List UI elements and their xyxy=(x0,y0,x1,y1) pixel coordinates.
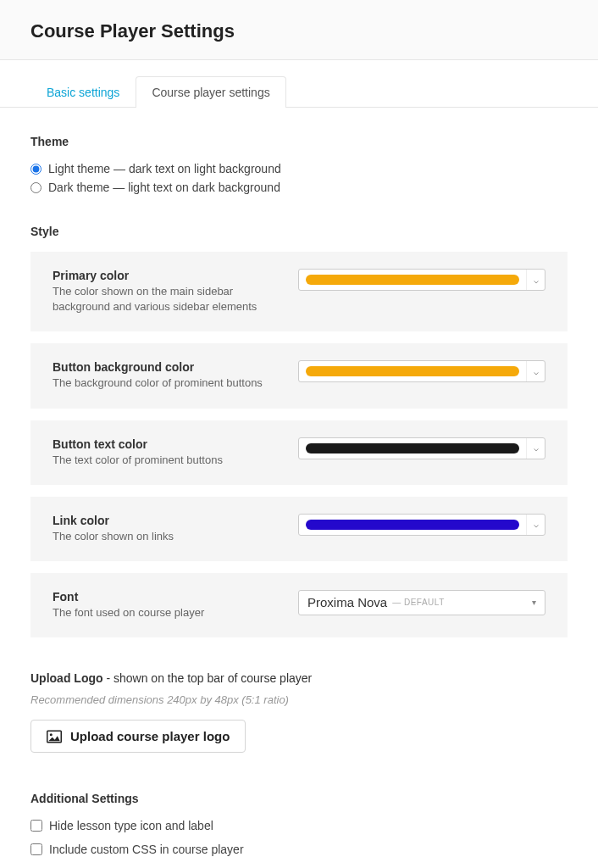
style-card-button-bg: Button background color The background c… xyxy=(30,343,568,408)
radio-input-light[interactable] xyxy=(30,164,42,175)
link-color-picker[interactable]: ⌵ xyxy=(298,514,545,536)
checkbox-hide-lesson-icon[interactable]: Hide lesson type icon and label xyxy=(30,819,568,832)
font-value: Proxima Nova xyxy=(307,595,387,609)
theme-section: Theme Light theme — dark text on light b… xyxy=(30,135,568,194)
radio-light-theme[interactable]: Light theme — dark text on light backgro… xyxy=(30,162,568,175)
page-title: Course Player Settings xyxy=(30,20,568,42)
upload-logo-title-rest: - shown on the top bar of course player xyxy=(103,671,313,685)
caret-down-icon: ▾ xyxy=(532,598,536,607)
primary-color-title: Primary color xyxy=(53,269,281,282)
checkbox-label-hide-icon: Hide lesson type icon and label xyxy=(49,819,213,832)
style-card-font: Font The font used on course player Prox… xyxy=(30,573,568,637)
upload-logo-hint: Recommended dimensions 240px by 48px (5:… xyxy=(30,693,568,706)
chevron-down-icon: ⌵ xyxy=(526,361,545,381)
button-bg-title: Button background color xyxy=(53,360,281,374)
settings-tabs: Basic settings Course player settings xyxy=(0,75,598,108)
radio-input-dark[interactable] xyxy=(30,182,42,193)
image-icon xyxy=(47,730,62,743)
primary-color-swatch xyxy=(306,275,519,285)
chevron-down-icon: ⌵ xyxy=(526,438,545,459)
link-color-title: Link color xyxy=(53,514,281,527)
style-card-button-text: Button text color The text color of prom… xyxy=(30,420,568,485)
primary-color-picker[interactable]: ⌵ xyxy=(298,269,545,291)
button-text-desc: The text color of prominent buttons xyxy=(53,453,281,468)
font-dropdown[interactable]: Proxima Nova — DEFAULT ▾ xyxy=(298,590,545,615)
upload-logo-button-label: Upload course player logo xyxy=(70,729,230,743)
style-section: Style Primary color The color shown on t… xyxy=(30,225,568,637)
upload-logo-title: Upload Logo - shown on the top bar of co… xyxy=(30,671,568,685)
svg-point-1 xyxy=(50,733,53,736)
radio-dark-theme[interactable]: Dark theme — light text on dark backgrou… xyxy=(30,181,568,194)
font-title: Font xyxy=(53,590,281,604)
chevron-down-icon: ⌵ xyxy=(526,270,545,290)
link-color-swatch xyxy=(306,520,519,530)
style-card-link-color: Link color The color shown on links ⌵ xyxy=(30,497,568,561)
checkbox-custom-css[interactable]: Include custom CSS in course player xyxy=(30,843,568,856)
button-bg-swatch xyxy=(306,366,519,376)
button-text-title: Button text color xyxy=(53,437,281,451)
primary-color-desc: The color shown on the main sidebar back… xyxy=(53,284,281,314)
style-card-primary-color: Primary color The color shown on the mai… xyxy=(30,252,568,331)
upload-logo-title-bold: Upload Logo xyxy=(30,671,103,685)
style-label: Style xyxy=(30,225,568,238)
button-text-swatch xyxy=(306,443,519,453)
checkbox-label-custom-css: Include custom CSS in course player xyxy=(49,843,244,856)
additional-settings-section: Additional Settings Hide lesson type ico… xyxy=(30,792,568,856)
theme-label: Theme xyxy=(30,135,568,148)
checkbox-input-hide-icon[interactable] xyxy=(30,820,42,832)
link-color-desc: The color shown on links xyxy=(53,529,281,544)
radio-label-light: Light theme — dark text on light backgro… xyxy=(48,162,281,175)
content-area: Theme Light theme — dark text on light b… xyxy=(0,108,598,868)
chevron-down-icon: ⌵ xyxy=(526,515,545,535)
tab-basic-settings[interactable]: Basic settings xyxy=(30,76,136,108)
checkbox-input-custom-css[interactable] xyxy=(30,843,42,855)
tab-course-player-settings[interactable]: Course player settings xyxy=(136,76,285,108)
button-text-color-picker[interactable]: ⌵ xyxy=(298,437,545,459)
button-bg-color-picker[interactable]: ⌵ xyxy=(298,360,545,382)
page-header: Course Player Settings xyxy=(0,0,598,60)
additional-settings-label: Additional Settings xyxy=(30,792,568,805)
radio-label-dark: Dark theme — light text on dark backgrou… xyxy=(48,181,280,194)
upload-logo-button[interactable]: Upload course player logo xyxy=(30,720,246,753)
button-bg-desc: The background color of prominent button… xyxy=(53,376,281,391)
upload-logo-section: Upload Logo - shown on the top bar of co… xyxy=(30,671,568,753)
font-desc: The font used on course player xyxy=(53,605,281,620)
font-default-label: — DEFAULT xyxy=(392,598,445,607)
